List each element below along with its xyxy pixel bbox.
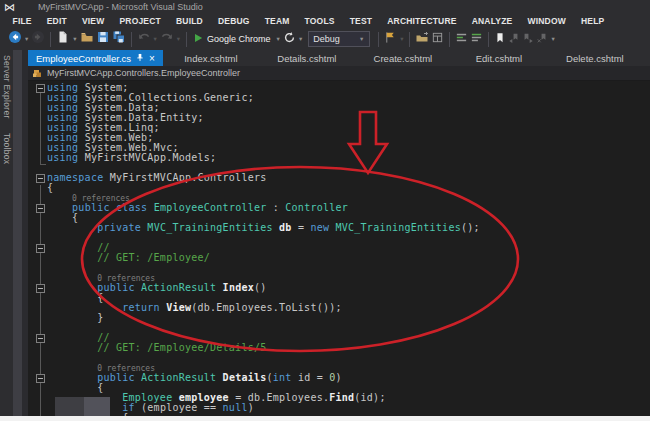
menu-analyze[interactable]: ANALYZE bbox=[464, 16, 520, 26]
tab-employeecontroller-cs[interactable]: EmployeeController.cs× bbox=[28, 50, 163, 66]
toolbar-separator bbox=[186, 32, 187, 47]
redo-button[interactable] bbox=[159, 30, 175, 48]
tab-index-cshtml[interactable]: Index.cshtml bbox=[163, 50, 259, 66]
menu-architecture[interactable]: ARCHITECTURE bbox=[380, 16, 464, 26]
close-icon[interactable]: × bbox=[149, 54, 155, 63]
start-debugging-button[interactable]: Google Chrome bbox=[191, 30, 275, 48]
code-line bbox=[28, 263, 650, 273]
solution-configurations-dropdown[interactable]: Debug▾ bbox=[308, 31, 370, 47]
refresh-icon bbox=[283, 30, 296, 48]
menu-bar: FILEEDITVIEWPROJECTBUILDDEBUGTEAMTOOLSTE… bbox=[0, 14, 650, 28]
save-all-button[interactable] bbox=[111, 30, 127, 48]
tab-delete-cshtml[interactable]: Delete.cshtml bbox=[547, 50, 643, 66]
breadcrumb-text: MyFirstMVCApp.Controllers.EmployeeContro… bbox=[47, 68, 240, 78]
comment-selection-button[interactable] bbox=[454, 30, 469, 48]
window-title: MyFirstMVCApp - Microsoft Visual Studio bbox=[38, 2, 203, 12]
menu-project[interactable]: PROJECT bbox=[112, 16, 169, 26]
save-icon bbox=[96, 30, 110, 48]
menu-debug[interactable]: DEBUG bbox=[210, 16, 257, 26]
fold-collapse-button[interactable] bbox=[36, 374, 45, 383]
bmkprev-icon bbox=[508, 30, 520, 48]
undo-dropdown[interactable]: ▾ bbox=[152, 35, 159, 43]
code-line bbox=[28, 233, 650, 243]
code-line: return View(db.Employees.ToList()); bbox=[28, 303, 650, 313]
new-file-dropdown[interactable]: ▾ bbox=[71, 35, 78, 43]
tab-details-cshtml[interactable]: Details.cshtml bbox=[259, 50, 355, 66]
chevron-down-icon: ▾ bbox=[358, 35, 365, 43]
tab-create-cshtml[interactable]: Create.cshtml bbox=[355, 50, 451, 66]
toolbar-overflow-dropdown[interactable]: ▾ bbox=[549, 35, 556, 43]
menu-build[interactable]: BUILD bbox=[168, 16, 210, 26]
previous-bookmark-button[interactable] bbox=[507, 30, 521, 48]
toolbar-separator bbox=[488, 32, 489, 47]
menu-tools[interactable]: TOOLS bbox=[297, 16, 342, 26]
saveall-icon bbox=[112, 30, 126, 48]
horizontal-scrollbar-thumb[interactable] bbox=[84, 397, 110, 417]
tab-label: Details.cshtml bbox=[277, 53, 336, 64]
uncmt-icon bbox=[470, 30, 483, 48]
code-line: namespace MyFirstMVCApp.Controllers bbox=[28, 173, 650, 183]
menu-window[interactable]: WINDOW bbox=[520, 16, 574, 26]
navigate-forward-button[interactable] bbox=[30, 30, 46, 48]
menu-test[interactable]: TEST bbox=[342, 16, 380, 26]
undo-button[interactable] bbox=[136, 30, 152, 48]
code-line: // GET: /Employee/ bbox=[28, 253, 650, 263]
new-file-button[interactable] bbox=[55, 30, 71, 48]
breadcrumb[interactable]: MyFirstMVCApp.Controllers.EmployeeContro… bbox=[28, 66, 650, 81]
side-tab-server-explorer[interactable]: Server Explorer bbox=[2, 55, 12, 119]
tab-label: Index.cshtml bbox=[184, 53, 237, 64]
undo-icon bbox=[137, 30, 151, 48]
menu-help[interactable]: HELP bbox=[573, 16, 611, 26]
horizontal-scrollbar-thumb[interactable] bbox=[55, 397, 84, 417]
uncomment-selection-button[interactable] bbox=[469, 30, 484, 48]
bmkclear-icon bbox=[536, 30, 548, 48]
feedback-button[interactable] bbox=[383, 30, 398, 48]
pin-icon[interactable] bbox=[136, 53, 144, 64]
document-tab-bar: EmployeeController.cs×Index.cshtmlDetail… bbox=[28, 50, 650, 66]
toolbar-separator bbox=[378, 32, 379, 47]
fold-collapse-button[interactable] bbox=[36, 174, 45, 183]
toolbar-separator bbox=[409, 32, 410, 47]
toolbar-separator bbox=[50, 32, 51, 47]
title-bar: ⋈ MyFirstMVCApp - Microsoft Visual Studi… bbox=[0, 0, 650, 14]
navigate-backward-button[interactable] bbox=[7, 30, 23, 48]
back-icon bbox=[8, 30, 22, 48]
fold-collapse-button[interactable] bbox=[36, 284, 45, 293]
clear-bookmarks-button[interactable] bbox=[535, 30, 549, 48]
code-line: public ActionResult Details(int id = 0) bbox=[28, 373, 650, 383]
folder2-icon bbox=[415, 30, 429, 48]
navigate-backward-dropdown[interactable]: ▾ bbox=[23, 35, 30, 43]
menu-view[interactable]: VIEW bbox=[74, 16, 112, 26]
tool-window-splitter bbox=[13, 50, 22, 421]
main-area: Server ExplorerToolbox EmployeeControlle… bbox=[0, 50, 650, 421]
refresh-dropdown[interactable]: ▾ bbox=[297, 35, 304, 43]
side-tab-toolbox[interactable]: Toolbox bbox=[2, 133, 12, 164]
properties-window-button[interactable] bbox=[430, 30, 445, 48]
next-bookmark-button[interactable] bbox=[521, 30, 535, 48]
toggle-bookmark-button[interactable] bbox=[493, 30, 507, 48]
fwd-icon bbox=[31, 30, 45, 48]
tab-edit-cshtml[interactable]: Edit.cshtml bbox=[451, 50, 547, 66]
screenshot-border bbox=[0, 416, 650, 421]
menu-file[interactable]: FILE bbox=[5, 16, 39, 26]
find-in-files-button[interactable] bbox=[414, 30, 430, 48]
code-editor[interactable]: using System;using System.Collections.Ge… bbox=[28, 81, 650, 421]
code-line bbox=[28, 323, 650, 333]
folder-icon bbox=[80, 30, 94, 48]
toolbar-separator bbox=[131, 32, 132, 47]
fold-collapse-button[interactable] bbox=[36, 244, 45, 253]
redo-dropdown[interactable]: ▾ bbox=[175, 35, 182, 43]
save-button[interactable] bbox=[95, 30, 111, 48]
fold-collapse-button[interactable] bbox=[36, 84, 45, 93]
open-file-button[interactable] bbox=[79, 30, 95, 48]
toolbar: ▾▾▾▾Google Chrome▾▾Debug▾▾▾ bbox=[0, 28, 650, 50]
refresh-button[interactable] bbox=[282, 30, 297, 48]
fold-collapse-button[interactable] bbox=[36, 204, 45, 213]
fold-collapse-button[interactable] bbox=[36, 334, 45, 343]
feedback-dropdown[interactable]: ▾ bbox=[398, 35, 405, 43]
browser-select-dropdown[interactable]: ▾ bbox=[275, 35, 282, 43]
tab-label: EmployeeController.cs bbox=[36, 53, 131, 64]
menu-edit[interactable]: EDIT bbox=[39, 16, 74, 26]
visual-studio-logo-icon: ⋈ bbox=[4, 2, 22, 12]
menu-team[interactable]: TEAM bbox=[257, 16, 297, 26]
